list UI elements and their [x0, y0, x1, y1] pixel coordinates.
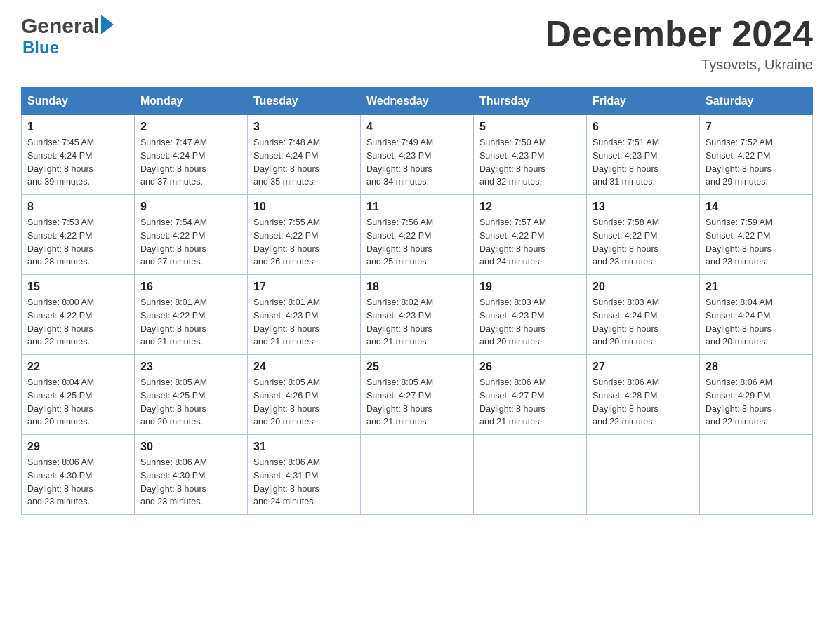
day-number: 7 — [706, 121, 807, 133]
day-info: Sunrise: 7:47 AM Sunset: 4:24 PM Dayligh… — [140, 136, 241, 189]
calendar-cell: 16 Sunrise: 8:01 AM Sunset: 4:22 PM Dayl… — [135, 275, 248, 355]
day-info: Sunrise: 8:00 AM Sunset: 4:22 PM Dayligh… — [27, 296, 128, 349]
day-info: Sunrise: 8:06 AM Sunset: 4:30 PM Dayligh… — [27, 456, 128, 509]
day-number: 24 — [253, 361, 355, 373]
day-info: Sunrise: 7:59 AM Sunset: 4:22 PM Dayligh… — [706, 216, 807, 269]
weekday-header-saturday: Saturday — [700, 88, 813, 115]
day-info: Sunrise: 7:50 AM Sunset: 4:23 PM Dayligh… — [479, 136, 581, 189]
day-number: 17 — [253, 281, 355, 293]
day-number: 18 — [366, 281, 468, 293]
day-info: Sunrise: 7:48 AM Sunset: 4:24 PM Dayligh… — [253, 136, 355, 189]
calendar-cell: 8 Sunrise: 7:53 AM Sunset: 4:22 PM Dayli… — [22, 195, 135, 275]
logo-blue-text: Blue — [22, 38, 59, 58]
day-info: Sunrise: 7:57 AM Sunset: 4:22 PM Dayligh… — [479, 216, 581, 269]
day-info: Sunrise: 8:03 AM Sunset: 4:24 PM Dayligh… — [593, 296, 694, 349]
calendar-cell: 29 Sunrise: 8:06 AM Sunset: 4:30 PM Dayl… — [22, 435, 135, 515]
day-number: 15 — [27, 281, 128, 293]
calendar-cell — [700, 435, 813, 515]
weekday-header-thursday: Thursday — [474, 88, 587, 115]
day-number: 11 — [366, 201, 468, 213]
day-info: Sunrise: 8:06 AM Sunset: 4:29 PM Dayligh… — [706, 376, 807, 429]
day-info: Sunrise: 8:05 AM Sunset: 4:26 PM Dayligh… — [253, 376, 355, 429]
day-number: 2 — [140, 121, 241, 133]
page-header: General Blue December 2024 Tysovets, Ukr… — [21, 14, 813, 73]
day-number: 30 — [140, 441, 241, 453]
calendar-cell — [361, 435, 474, 515]
day-number: 1 — [27, 121, 128, 133]
day-info: Sunrise: 8:01 AM Sunset: 4:23 PM Dayligh… — [253, 296, 355, 349]
day-number: 25 — [366, 361, 468, 373]
weekday-header-monday: Monday — [135, 88, 248, 115]
location-label: Tysovets, Ukraine — [545, 57, 813, 73]
day-number: 5 — [479, 121, 581, 133]
calendar-cell: 9 Sunrise: 7:54 AM Sunset: 4:22 PM Dayli… — [135, 195, 248, 275]
day-info: Sunrise: 8:06 AM Sunset: 4:31 PM Dayligh… — [253, 456, 355, 509]
weekday-header-tuesday: Tuesday — [248, 88, 361, 115]
title-area: December 2024 Tysovets, Ukraine — [545, 14, 813, 73]
day-info: Sunrise: 7:45 AM Sunset: 4:24 PM Dayligh… — [27, 136, 128, 189]
calendar-cell: 5 Sunrise: 7:50 AM Sunset: 4:23 PM Dayli… — [474, 115, 587, 195]
calendar-week-row: 29 Sunrise: 8:06 AM Sunset: 4:30 PM Dayl… — [22, 435, 813, 515]
calendar-cell: 28 Sunrise: 8:06 AM Sunset: 4:29 PM Dayl… — [700, 355, 813, 435]
day-number: 31 — [253, 441, 355, 453]
day-info: Sunrise: 7:54 AM Sunset: 4:22 PM Dayligh… — [140, 216, 241, 269]
day-info: Sunrise: 7:49 AM Sunset: 4:23 PM Dayligh… — [366, 136, 468, 189]
calendar-cell: 23 Sunrise: 8:05 AM Sunset: 4:25 PM Dayl… — [135, 355, 248, 435]
calendar-week-row: 8 Sunrise: 7:53 AM Sunset: 4:22 PM Dayli… — [22, 195, 813, 275]
day-number: 6 — [593, 121, 694, 133]
day-number: 26 — [479, 361, 581, 373]
weekday-header-row: SundayMondayTuesdayWednesdayThursdayFrid… — [22, 88, 813, 115]
calendar-week-row: 22 Sunrise: 8:04 AM Sunset: 4:25 PM Dayl… — [22, 355, 813, 435]
day-info: Sunrise: 7:58 AM Sunset: 4:22 PM Dayligh… — [593, 216, 694, 269]
day-number: 4 — [366, 121, 468, 133]
weekday-header-wednesday: Wednesday — [361, 88, 474, 115]
calendar-cell: 31 Sunrise: 8:06 AM Sunset: 4:31 PM Dayl… — [248, 435, 361, 515]
day-info: Sunrise: 8:06 AM Sunset: 4:27 PM Dayligh… — [479, 376, 581, 429]
day-number: 8 — [27, 201, 128, 213]
day-info: Sunrise: 8:01 AM Sunset: 4:22 PM Dayligh… — [140, 296, 241, 349]
calendar-cell: 27 Sunrise: 8:06 AM Sunset: 4:28 PM Dayl… — [587, 355, 700, 435]
day-info: Sunrise: 8:04 AM Sunset: 4:24 PM Dayligh… — [706, 296, 807, 349]
month-title: December 2024 — [545, 14, 813, 54]
calendar-cell: 18 Sunrise: 8:02 AM Sunset: 4:23 PM Dayl… — [361, 275, 474, 355]
day-info: Sunrise: 8:02 AM Sunset: 4:23 PM Dayligh… — [366, 296, 468, 349]
calendar-cell: 24 Sunrise: 8:05 AM Sunset: 4:26 PM Dayl… — [248, 355, 361, 435]
day-info: Sunrise: 7:55 AM Sunset: 4:22 PM Dayligh… — [253, 216, 355, 269]
calendar-cell: 2 Sunrise: 7:47 AM Sunset: 4:24 PM Dayli… — [135, 115, 248, 195]
calendar-cell: 7 Sunrise: 7:52 AM Sunset: 4:22 PM Dayli… — [700, 115, 813, 195]
calendar-cell — [587, 435, 700, 515]
day-number: 19 — [479, 281, 581, 293]
weekday-header-sunday: Sunday — [22, 88, 135, 115]
calendar-cell: 14 Sunrise: 7:59 AM Sunset: 4:22 PM Dayl… — [700, 195, 813, 275]
calendar-cell: 4 Sunrise: 7:49 AM Sunset: 4:23 PM Dayli… — [361, 115, 474, 195]
calendar-cell: 25 Sunrise: 8:05 AM Sunset: 4:27 PM Dayl… — [361, 355, 474, 435]
calendar-week-row: 15 Sunrise: 8:00 AM Sunset: 4:22 PM Dayl… — [22, 275, 813, 355]
calendar-cell: 20 Sunrise: 8:03 AM Sunset: 4:24 PM Dayl… — [587, 275, 700, 355]
day-info: Sunrise: 7:56 AM Sunset: 4:22 PM Dayligh… — [366, 216, 468, 269]
day-number: 21 — [706, 281, 807, 293]
day-number: 13 — [593, 201, 694, 213]
calendar-cell: 19 Sunrise: 8:03 AM Sunset: 4:23 PM Dayl… — [474, 275, 587, 355]
day-info: Sunrise: 7:51 AM Sunset: 4:23 PM Dayligh… — [593, 136, 694, 189]
day-number: 20 — [593, 281, 694, 293]
day-number: 14 — [706, 201, 807, 213]
day-number: 3 — [253, 121, 355, 133]
day-info: Sunrise: 8:05 AM Sunset: 4:25 PM Dayligh… — [140, 376, 241, 429]
calendar-cell: 11 Sunrise: 7:56 AM Sunset: 4:22 PM Dayl… — [361, 195, 474, 275]
calendar-cell: 26 Sunrise: 8:06 AM Sunset: 4:27 PM Dayl… — [474, 355, 587, 435]
day-number: 23 — [140, 361, 241, 373]
calendar-cell: 15 Sunrise: 8:00 AM Sunset: 4:22 PM Dayl… — [22, 275, 135, 355]
day-info: Sunrise: 8:04 AM Sunset: 4:25 PM Dayligh… — [27, 376, 128, 429]
calendar-cell: 13 Sunrise: 7:58 AM Sunset: 4:22 PM Dayl… — [587, 195, 700, 275]
calendar-cell: 6 Sunrise: 7:51 AM Sunset: 4:23 PM Dayli… — [587, 115, 700, 195]
day-info: Sunrise: 8:06 AM Sunset: 4:30 PM Dayligh… — [140, 456, 241, 509]
day-number: 9 — [140, 201, 241, 213]
day-info: Sunrise: 7:52 AM Sunset: 4:22 PM Dayligh… — [706, 136, 807, 189]
logo: General Blue — [21, 14, 114, 58]
logo-triangle-icon — [101, 15, 114, 34]
day-info: Sunrise: 8:05 AM Sunset: 4:27 PM Dayligh… — [366, 376, 468, 429]
calendar-cell: 21 Sunrise: 8:04 AM Sunset: 4:24 PM Dayl… — [700, 275, 813, 355]
calendar-cell — [474, 435, 587, 515]
day-number: 28 — [706, 361, 807, 373]
logo-general-text: General — [21, 14, 100, 38]
